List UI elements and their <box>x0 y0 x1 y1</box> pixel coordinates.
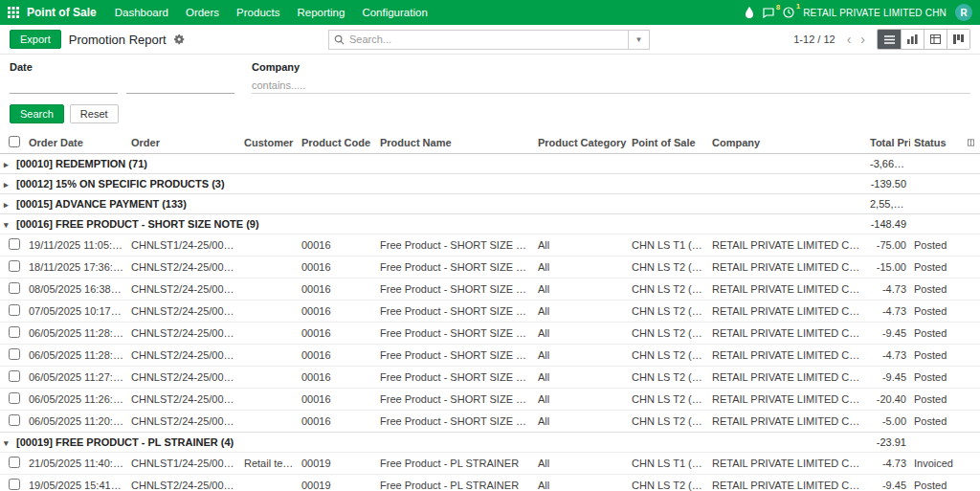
cell-code: 00016 <box>298 301 376 323</box>
table-row[interactable]: 06/05/2025 11:28:43CHNLST2/24-25/0000760… <box>0 323 980 345</box>
group-row[interactable]: ▾[00016] FREE PRODUCT - SHORT SIZE NOTE … <box>0 214 980 234</box>
caret-right-icon: ▸ <box>4 160 16 169</box>
company-filter-input[interactable] <box>252 78 970 94</box>
table-row[interactable]: 19/05/2025 15:41:08CHNLST2/24-25/0001920… <box>0 475 980 491</box>
group-label: [00019] FREE PRODUCT - PL STRAINER (4) <box>16 436 234 448</box>
apps-grid-icon[interactable] <box>8 7 19 18</box>
pivot-view-button[interactable] <box>924 30 947 49</box>
date-from-input[interactable] <box>10 78 118 94</box>
cell-total: -20.40 <box>866 389 910 411</box>
debug-droplet-icon[interactable] <box>745 7 754 18</box>
graph-view-button[interactable] <box>901 30 924 49</box>
select-all-checkbox[interactable] <box>9 136 20 147</box>
cell-status: Posted <box>910 279 964 301</box>
row-checkbox[interactable] <box>9 348 20 360</box>
kanban-view-button[interactable] <box>947 30 969 49</box>
header-status[interactable]: Status <box>910 132 964 154</box>
export-button[interactable]: Export <box>10 30 61 49</box>
group-total: -148.49 <box>866 214 910 234</box>
cell-date: 18/11/2025 17:36:48 <box>25 257 127 279</box>
row-checkbox[interactable] <box>9 238 20 250</box>
cell-total: -4.73 <box>866 301 910 323</box>
app-name[interactable]: Point of Sale <box>27 6 97 19</box>
header-order[interactable]: Order <box>127 132 240 154</box>
cell-pos: CHN LS T1 (RAM) <box>628 453 708 475</box>
header-order-date[interactable]: Order Date <box>25 132 127 154</box>
header-product-category[interactable]: Product Category <box>534 132 628 154</box>
table-row[interactable]: 18/11/2025 17:36:48CHNLST2/24-25/0003510… <box>0 257 980 279</box>
group-row[interactable]: ▸[00012] 15% ON SPECIFIC PRODUCTS (3)-13… <box>0 174 980 194</box>
table-row[interactable]: 19/11/2025 11:05:48CHNLST1/24-25/0002610… <box>0 234 980 257</box>
cell-name: Free Product - SHORT SIZE NOTE <box>376 411 534 433</box>
company-switcher[interactable]: RETAIL PRIVATE LIMITED CHN <box>803 8 947 18</box>
pager-range: 1-12 / 12 <box>793 33 835 45</box>
action-gear-icon[interactable] <box>174 34 185 45</box>
menu-reporting[interactable]: Reporting <box>289 3 354 22</box>
cell-total: -9.45 <box>866 475 910 491</box>
list-view-button[interactable] <box>878 30 901 49</box>
optional-columns-icon[interactable] <box>968 138 976 147</box>
date-to-input[interactable] <box>126 78 234 94</box>
header-product-name[interactable]: Product Name <box>376 132 534 154</box>
row-checkbox[interactable] <box>9 479 20 490</box>
group-total: -3,662.70 <box>866 154 910 174</box>
activities-clock-icon[interactable]: 1 <box>783 7 794 18</box>
row-checkbox[interactable] <box>9 457 20 468</box>
cell-date: 06/05/2025 11:27:32 <box>25 367 127 389</box>
cell-date: 06/05/2025 11:28:43 <box>25 323 127 345</box>
header-customer[interactable]: Customer <box>240 132 298 154</box>
messages-icon[interactable]: 8 <box>763 8 774 18</box>
table-row[interactable]: 06/05/2025 11:28:18CHNLST2/24-25/0000750… <box>0 345 980 367</box>
cell-company: RETAIL PRIVATE LIMITED CHN <box>708 389 866 411</box>
row-checkbox[interactable] <box>9 326 20 338</box>
table-row[interactable]: 21/05/2025 11:40:15CHNLST1/24-25/000084R… <box>0 453 980 475</box>
group-row[interactable]: ▸[00010] REDEMPTION (71)-3,662.70 <box>0 154 980 174</box>
user-avatar[interactable]: R <box>955 4 972 21</box>
cell-order: CHNLST2/24-25/000114 <box>127 279 240 301</box>
cell-category: All <box>534 279 628 301</box>
cell-order: CHNLST2/24-25/000351 <box>127 257 240 279</box>
cell-company: RETAIL PRIVATE LIMITED CHN <box>708 411 866 433</box>
table-row[interactable]: 07/05/2025 10:17:36CHNLST2/24-25/0000810… <box>0 301 980 323</box>
header-point-of-sale[interactable]: Point of Sale <box>628 132 708 154</box>
pager-previous-button[interactable]: ‹ <box>843 33 856 46</box>
filter-search-button[interactable]: Search <box>10 104 64 123</box>
row-checkbox[interactable] <box>9 304 20 316</box>
table-row[interactable]: 08/05/2025 16:38:34CHNLST2/24-25/0001140… <box>0 279 980 301</box>
company-filter-label: Company <box>252 61 970 73</box>
row-checkbox[interactable] <box>9 414 20 426</box>
cell-customer <box>240 279 298 301</box>
cell-code: 00016 <box>298 345 376 367</box>
group-total: 2,55,615.73 <box>866 194 910 214</box>
group-row[interactable]: ▸[00015] ADVANCE PAYMENT (133)2,55,615.7… <box>0 194 980 214</box>
menu-dashboard[interactable]: Dashboard <box>106 3 177 22</box>
group-row[interactable]: ▾[00019] FREE PRODUCT - PL STRAINER (4)-… <box>0 433 980 453</box>
cell-code: 00016 <box>298 367 376 389</box>
header-total-price[interactable]: Total Price <box>866 132 910 154</box>
group-label: [00015] ADVANCE PAYMENT (133) <box>16 198 187 210</box>
row-checkbox[interactable] <box>9 392 20 404</box>
cell-order: CHNLST2/24-25/000076 <box>127 323 240 345</box>
date-filter-label: Date <box>10 61 252 73</box>
row-checkbox[interactable] <box>9 260 20 272</box>
caret-right-icon: ▸ <box>4 200 16 210</box>
cell-code: 00016 <box>298 257 376 279</box>
table-row[interactable]: 06/05/2025 11:26:02CHNLST2/24-25/0000730… <box>0 389 980 411</box>
messages-badge: 8 <box>776 3 780 11</box>
cell-name: Free Product - SHORT SIZE NOTE <box>376 301 534 323</box>
filter-reset-button[interactable]: Reset <box>70 104 119 123</box>
menu-orders[interactable]: Orders <box>177 3 228 22</box>
search-input[interactable] <box>349 33 628 45</box>
row-checkbox[interactable] <box>9 282 20 294</box>
table-row[interactable]: 06/05/2025 11:27:32CHNLST2/24-25/0000740… <box>0 367 980 389</box>
menu-products[interactable]: Products <box>228 3 288 22</box>
search-filters-caret-icon[interactable]: ▼ <box>628 31 649 49</box>
table-row[interactable]: 06/05/2025 11:20:48CHNLST2/24-25/0000720… <box>0 411 980 433</box>
pager-next-button[interactable]: › <box>857 33 869 46</box>
cell-status: Invoiced <box>910 453 964 475</box>
header-product-code[interactable]: Product Code <box>298 132 376 154</box>
menu-configuration[interactable]: Configuration <box>353 3 435 22</box>
filter-panel: Date Company Search Reset <box>0 55 980 123</box>
header-company[interactable]: Company <box>708 132 866 154</box>
row-checkbox[interactable] <box>9 370 20 382</box>
